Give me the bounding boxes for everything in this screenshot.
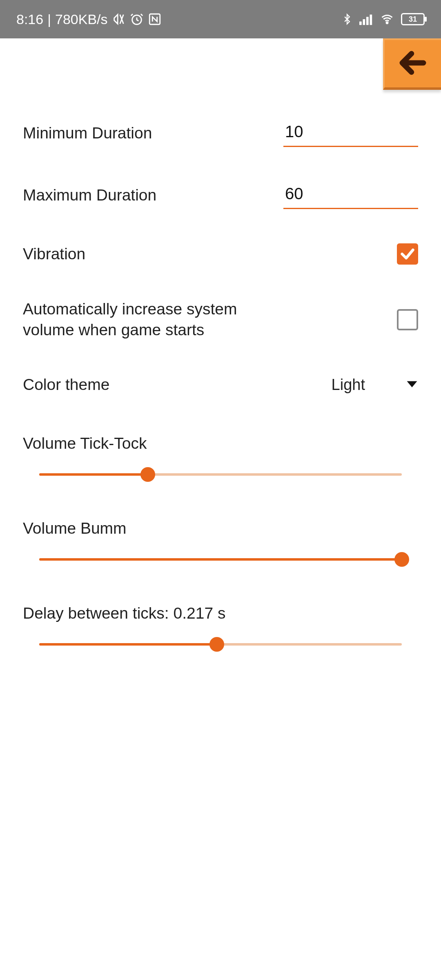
max-duration-input[interactable] [283, 181, 418, 209]
arrow-left-icon [397, 47, 429, 80]
volume-ticktock-slider[interactable] [39, 467, 402, 482]
row-volume-ticktock: Volume Tick-Tock [23, 422, 418, 494]
svg-rect-2 [359, 22, 362, 25]
color-theme-label: Color theme [23, 374, 281, 395]
signal-icon [359, 13, 373, 25]
svg-rect-5 [370, 15, 372, 25]
vibration-checkbox[interactable] [397, 243, 418, 265]
slider-fill [39, 473, 148, 476]
bluetooth-icon [341, 12, 353, 26]
max-duration-label: Maximum Duration [23, 185, 281, 206]
status-network-speed: 780KB/s [55, 11, 108, 27]
svg-rect-3 [363, 19, 365, 25]
nfc-icon [148, 12, 162, 26]
row-min-duration: Minimum Duration [23, 102, 418, 164]
min-duration-label: Minimum Duration [23, 123, 281, 144]
row-max-duration: Maximum Duration [23, 164, 418, 226]
row-vibration: Vibration [23, 226, 418, 282]
battery-icon: 31 [401, 13, 425, 25]
chevron-down-icon [406, 380, 418, 390]
volume-ticktock-label: Volume Tick-Tock [23, 434, 418, 452]
app-bar [0, 38, 441, 90]
volume-bumm-slider[interactable] [39, 552, 402, 567]
row-volume-bumm: Volume Bumm [23, 507, 418, 579]
color-theme-select[interactable]: Light [281, 376, 418, 394]
row-tick-delay: Delay between ticks: 0.217 s [23, 592, 418, 664]
back-button[interactable] [383, 38, 441, 90]
tick-delay-slider[interactable] [39, 637, 402, 652]
battery-level-text: 31 [409, 15, 417, 24]
row-auto-volume: Automatically increase system volume whe… [23, 282, 418, 357]
min-duration-input[interactable] [283, 119, 418, 147]
settings-content: Minimum Duration Maximum Duration Vibrat… [0, 90, 441, 664]
color-theme-value: Light [332, 376, 365, 394]
volume-bumm-label: Volume Bumm [23, 519, 418, 537]
alarm-icon [130, 12, 144, 26]
status-time: 8:16 [16, 11, 43, 27]
slider-fill [39, 643, 217, 646]
status-separator: | [47, 11, 51, 27]
wifi-icon [380, 13, 394, 25]
svg-point-6 [386, 22, 388, 24]
slider-thumb[interactable] [394, 552, 409, 567]
auto-volume-label: Automatically increase system volume whe… [23, 299, 281, 340]
tick-delay-label: Delay between ticks: 0.217 s [23, 604, 418, 622]
row-color-theme: Color theme Light [23, 357, 418, 412]
vibration-label: Vibration [23, 244, 281, 265]
slider-thumb[interactable] [140, 467, 155, 482]
svg-rect-4 [366, 17, 369, 25]
auto-volume-checkbox[interactable] [397, 309, 418, 330]
slider-fill [39, 558, 402, 561]
status-bar: 8:16 | 780KB/s 31 [0, 0, 441, 38]
slider-thumb[interactable] [209, 637, 224, 652]
mute-icon [112, 12, 126, 26]
